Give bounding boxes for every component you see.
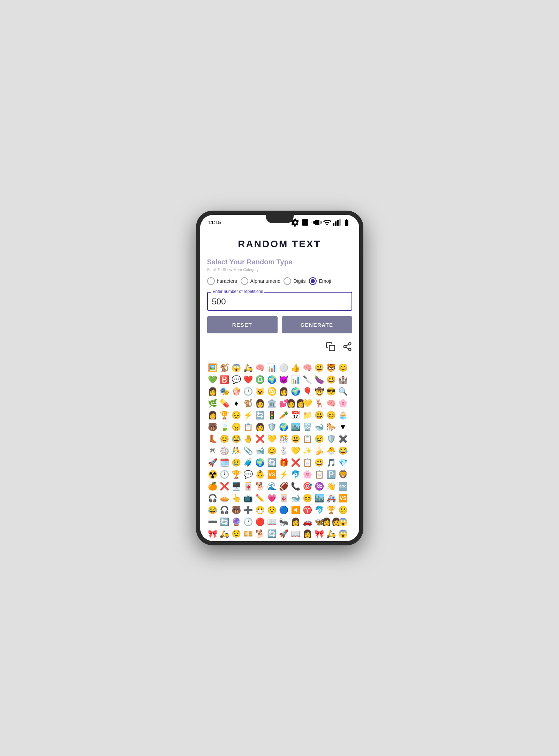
- emoji-item[interactable]: 🐋: [255, 445, 266, 456]
- emoji-item[interactable]: 🎀: [207, 528, 218, 539]
- emoji-item[interactable]: 💛: [302, 398, 313, 409]
- emoji-item[interactable]: ♋: [266, 386, 278, 397]
- emoji-item[interactable]: 👍: [290, 362, 301, 373]
- emoji-item[interactable]: 😈: [278, 374, 289, 385]
- emoji-item[interactable]: 😕: [338, 505, 349, 516]
- emoji-item[interactable]: 🤼: [231, 445, 242, 456]
- emoji-item[interactable]: ❌: [290, 457, 301, 468]
- radio-circle-characters[interactable]: [207, 277, 215, 285]
- emoji-item[interactable]: 🆚: [266, 469, 278, 480]
- emoji-item[interactable]: 🗓️: [219, 457, 230, 468]
- emoji-item[interactable]: 🐣: [326, 445, 337, 456]
- emoji-item[interactable]: 😃: [314, 410, 325, 421]
- emoji-item[interactable]: 📎: [243, 445, 254, 456]
- emoji-item[interactable]: 👩: [207, 386, 218, 397]
- emoji-item[interactable]: 📋: [243, 422, 254, 433]
- emoji-item[interactable]: 📁: [302, 410, 313, 421]
- emoji-item[interactable]: 💬: [231, 374, 242, 385]
- emoji-item[interactable]: 💴: [243, 528, 254, 539]
- emoji-item[interactable]: 🅱️: [219, 374, 230, 385]
- emoji-item[interactable]: 🚗: [302, 516, 313, 528]
- emoji-item[interactable]: 🦌: [314, 398, 325, 409]
- emoji-item[interactable]: 🐕: [255, 481, 266, 492]
- emoji-item[interactable]: 😊: [219, 433, 230, 445]
- emoji-item[interactable]: 🛵: [326, 528, 337, 539]
- emoji-item[interactable]: 🔴: [255, 516, 266, 528]
- share-icon[interactable]: [342, 342, 352, 354]
- radio-circle-alphanumeric[interactable]: [241, 277, 248, 285]
- emoji-item[interactable]: 🔪: [302, 374, 313, 385]
- radio-digits[interactable]: Digits: [284, 277, 305, 285]
- emoji-item[interactable]: 💊: [219, 398, 230, 409]
- emoji-item[interactable]: 💛: [290, 445, 301, 456]
- emoji-item[interactable]: 📊: [290, 374, 301, 385]
- emoji-item[interactable]: 🏆: [219, 410, 230, 421]
- emoji-item[interactable]: 👩: [255, 398, 266, 409]
- emoji-item[interactable]: 🕐: [219, 469, 230, 480]
- emoji-item[interactable]: 👩: [255, 422, 266, 433]
- emoji-item[interactable]: 🚦: [266, 410, 278, 421]
- emoji-item[interactable]: 🏆: [231, 469, 242, 480]
- emoji-item[interactable]: 🌍: [266, 374, 278, 385]
- emoji-item[interactable]: ➕: [243, 505, 254, 516]
- emoji-item[interactable]: 🌍: [278, 422, 289, 433]
- emoji-item[interactable]: 🏰: [338, 374, 349, 385]
- emoji-item[interactable]: 🌊: [266, 481, 278, 492]
- emoji-item[interactable]: 🔄: [266, 528, 278, 539]
- emoji-item[interactable]: ➖: [207, 516, 218, 528]
- emoji-item[interactable]: 🌿: [207, 398, 218, 409]
- emoji-item[interactable]: 🚗: [219, 540, 230, 541]
- emoji-item[interactable]: 📖: [290, 528, 301, 539]
- emoji-item[interactable]: 🎭: [219, 386, 230, 397]
- emoji-item[interactable]: ◀️: [290, 505, 301, 516]
- emoji-item[interactable]: 🛵: [219, 528, 230, 539]
- emoji-item[interactable]: 😎: [326, 386, 337, 397]
- emoji-item[interactable]: ☢️: [207, 469, 218, 480]
- emoji-item[interactable]: 🥕: [278, 410, 289, 421]
- emoji-item[interactable]: ♒: [314, 481, 325, 492]
- emoji-item[interactable]: ❌: [219, 481, 230, 492]
- emoji-item[interactable]: 🎁: [278, 457, 289, 468]
- emoji-item[interactable]: 🐱: [255, 386, 266, 397]
- emoji-item[interactable]: 📋: [302, 433, 313, 445]
- emoji-item[interactable]: ☂️: [207, 540, 218, 541]
- reset-button[interactable]: RESET: [207, 316, 278, 333]
- emoji-item[interactable]: 🏆: [326, 505, 337, 516]
- emoji-item[interactable]: 👩: [302, 528, 313, 539]
- emoji-item[interactable]: 🐻: [231, 505, 242, 516]
- radio-circle-emoji[interactable]: [309, 277, 317, 285]
- emoji-item[interactable]: ♎: [255, 374, 266, 385]
- emoji-item[interactable]: 🐋: [290, 493, 301, 504]
- emoji-item[interactable]: 😃: [314, 457, 325, 468]
- emoji-item[interactable]: ❤️: [243, 374, 254, 385]
- emoji-item[interactable]: ▼: [338, 422, 349, 433]
- emoji-item[interactable]: ❌: [255, 433, 266, 445]
- emoji-item[interactable]: 😊: [302, 493, 313, 504]
- emoji-item[interactable]: 😟: [231, 528, 242, 539]
- emoji-item[interactable]: 🔤: [338, 481, 349, 492]
- emoji-item[interactable]: 😷: [255, 505, 266, 516]
- emoji-item[interactable]: 🐻: [207, 422, 218, 433]
- emoji-item[interactable]: 🍃: [219, 422, 230, 433]
- generate-button[interactable]: GENERATE: [282, 316, 352, 333]
- emoji-item[interactable]: 🍊: [207, 481, 218, 492]
- emoji-item[interactable]: 🅿️: [326, 469, 337, 480]
- emoji-item[interactable]: 🐋: [314, 422, 325, 433]
- emoji-item[interactable]: 🧳: [243, 457, 254, 468]
- emoji-item[interactable]: 🌸: [302, 469, 313, 480]
- emoji-item[interactable]: 🐒: [243, 398, 254, 409]
- emoji-item[interactable]: 🚀: [278, 528, 289, 539]
- emoji-item[interactable]: 👩: [278, 386, 289, 397]
- emoji-item[interactable]: 🀄: [278, 493, 289, 504]
- emoji-item[interactable]: 💗: [266, 493, 278, 504]
- emoji-item[interactable]: 👩‍👩: [290, 398, 301, 409]
- emoji-item[interactable]: 📺: [243, 493, 254, 504]
- emoji-item[interactable]: 😠: [231, 422, 242, 433]
- emoji-item[interactable]: 🧠: [326, 398, 337, 409]
- emoji-item[interactable]: 😊: [266, 445, 278, 456]
- emoji-item[interactable]: 😱: [338, 516, 349, 528]
- emoji-item[interactable]: 🏛️: [266, 398, 278, 409]
- emoji-item[interactable]: 🥧: [219, 493, 230, 504]
- emoji-item[interactable]: ♦️: [231, 398, 242, 409]
- emoji-item[interactable]: 👩: [207, 410, 218, 421]
